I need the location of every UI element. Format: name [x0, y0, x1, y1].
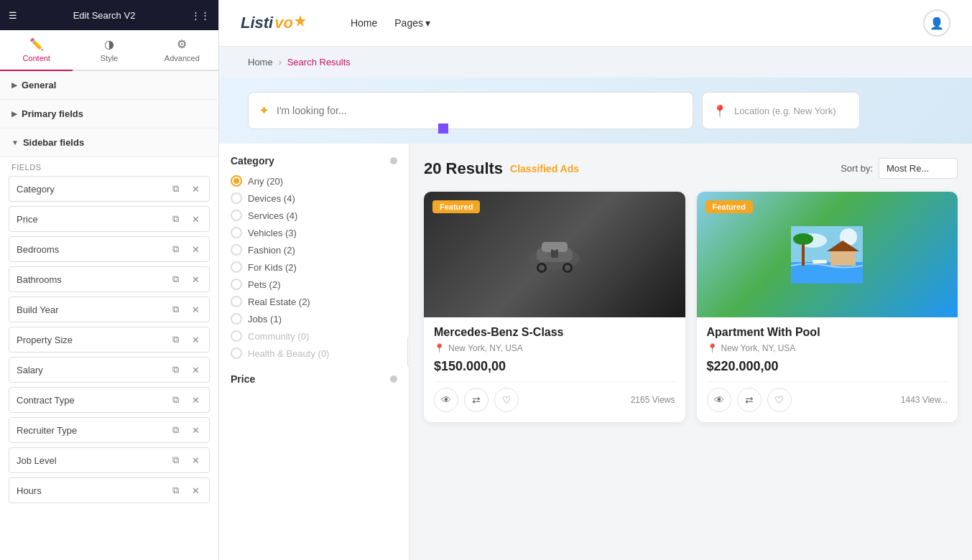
collapse-handle[interactable]: ‹ — [407, 337, 409, 366]
views-count-apartment: 1443 View... — [901, 395, 948, 405]
location-pin-icon-apartment: 📍 — [707, 343, 718, 353]
sort-wrap: Sort by: Most Re... — [841, 158, 958, 179]
remove-button-price[interactable]: ✕ — [186, 210, 205, 228]
radio-community[interactable]: Community (0) — [231, 330, 397, 342]
duplicate-button-price[interactable]: ⧉ — [166, 210, 185, 228]
remove-button-property-size[interactable]: ✕ — [186, 330, 205, 349]
favorite-button-apartment[interactable]: ♡ — [767, 388, 792, 412]
radio-label-forkids: For Kids (2) — [248, 262, 297, 273]
radio-health[interactable]: Health & Beauty (0) — [231, 347, 397, 359]
share-button-apartment[interactable]: ⇄ — [737, 388, 762, 412]
radio-vehicles[interactable]: Vehicles (3) — [231, 227, 397, 238]
location-wrap[interactable]: 📍 Location (e.g. New York) — [702, 92, 860, 129]
field-label-hours: Hours — [9, 485, 166, 496]
field-row-property-size: Property Size ⧉ ✕ — [9, 327, 210, 353]
remove-button-job-level[interactable]: ✕ — [186, 451, 205, 470]
remove-button-hours[interactable]: ✕ — [186, 481, 205, 500]
radio-label-pets: Pets (2) — [248, 279, 281, 290]
tab-style[interactable]: ◑ Style — [73, 30, 145, 71]
radio-fashion[interactable]: Fashion (2) — [231, 244, 397, 256]
duplicate-button-category[interactable]: ⧉ — [166, 179, 185, 198]
primary-fields-section-header[interactable]: ▶ Primary fields — [0, 100, 218, 129]
view-button-apartment[interactable]: 👁 — [707, 388, 731, 412]
field-actions-job-level: ⧉ ✕ — [166, 451, 209, 470]
field-label-bedrooms: Bedrooms — [9, 244, 166, 255]
search-input[interactable] — [277, 105, 682, 116]
classified-ads-label: Classified Ads — [510, 163, 579, 174]
svg-marker-0 — [295, 15, 306, 27]
duplicate-button-hours[interactable]: ⧉ — [166, 481, 185, 500]
radio-realestate[interactable]: Real Estate (2) — [231, 296, 397, 307]
chevron-down-icon: ▼ — [11, 139, 19, 146]
remove-button-recruiter-type[interactable]: ✕ — [186, 421, 205, 439]
share-button-mercedes[interactable]: ⇄ — [464, 388, 489, 412]
element-marker — [438, 123, 448, 134]
remove-button-contract-type[interactable]: ✕ — [186, 391, 205, 409]
nav-right: 👤 — [923, 9, 950, 37]
radio-services[interactable]: Services (4) — [231, 210, 397, 221]
grid-icon[interactable]: ⋮⋮ — [191, 10, 210, 21]
sort-by-label: Sort by: — [841, 163, 873, 174]
tab-advanced[interactable]: ⚙ Advanced — [146, 30, 218, 71]
radio-unselected-icon — [231, 192, 242, 204]
featured-badge-apartment: Featured — [705, 200, 753, 213]
pencil-icon: ✏️ — [29, 37, 44, 51]
remove-button-build-year[interactable]: ✕ — [186, 300, 205, 319]
duplicate-button-job-level[interactable]: ⧉ — [166, 451, 185, 470]
radio-pets[interactable]: Pets (2) — [231, 279, 397, 290]
field-row-salary: Salary ⧉ ✕ — [9, 357, 210, 383]
filter-dot-icon — [390, 157, 397, 164]
top-bar: ☰ Edit Search V2 ⋮⋮ — [0, 0, 218, 30]
duplicate-button-bathrooms[interactable]: ⧉ — [166, 270, 185, 289]
hamburger-icon[interactable]: ☰ — [9, 10, 17, 21]
radio-any[interactable]: Any (20) — [231, 175, 397, 187]
remove-button-salary[interactable]: ✕ — [186, 360, 205, 379]
chevron-down-pages-icon: ▾ — [425, 17, 430, 29]
field-actions-bathrooms: ⧉ ✕ — [166, 270, 209, 289]
radio-unselected-icon-10 — [231, 347, 242, 359]
logo-text: Listi — [241, 14, 273, 32]
remove-button-category[interactable]: ✕ — [186, 179, 205, 198]
radio-unselected-icon-5 — [231, 261, 242, 273]
filter-dot-price-icon — [390, 375, 397, 383]
radio-unselected-icon-6 — [231, 279, 242, 290]
remove-button-bathrooms[interactable]: ✕ — [186, 270, 205, 289]
favorite-button-mercedes[interactable]: ♡ — [494, 388, 519, 412]
card-price-mercedes: $150.000,00 — [434, 359, 675, 374]
duplicate-button-contract-type[interactable]: ⧉ — [166, 391, 185, 409]
tab-content[interactable]: ✏️ Content — [0, 30, 73, 71]
radio-unselected-icon-4 — [231, 244, 242, 256]
listing-card-apartment[interactable]: Featured Apartment With Pool 📍 New York,… — [697, 192, 958, 422]
duplicate-button-build-year[interactable]: ⧉ — [166, 300, 185, 319]
duplicate-button-property-size[interactable]: ⧉ — [166, 330, 185, 349]
general-section-header[interactable]: ▶ General — [0, 71, 218, 100]
card-title-mercedes: Mercedes-Benz S-Class — [434, 326, 675, 339]
search-hero: ✦ 📍 Location (e.g. New York) — [219, 78, 972, 144]
field-row-bathrooms: Bathrooms ⧉ ✕ — [9, 266, 210, 292]
fields-label: Fields — [9, 157, 210, 176]
breadcrumb-home[interactable]: Home — [248, 57, 273, 67]
duplicate-button-salary[interactable]: ⧉ — [166, 360, 185, 379]
nav-home[interactable]: Home — [351, 17, 377, 29]
logo-accent: vo — [274, 14, 293, 32]
style-icon: ◑ — [104, 37, 114, 51]
sort-select[interactable]: Most Re... — [879, 158, 958, 179]
general-section-label: General — [22, 80, 56, 90]
field-actions-build-year: ⧉ ✕ — [166, 300, 209, 319]
user-avatar[interactable]: 👤 — [923, 9, 950, 37]
sidebar-fields-section-header[interactable]: ▼ Sidebar fields — [0, 129, 218, 157]
radio-jobs[interactable]: Jobs (1) — [231, 313, 397, 325]
listing-card-mercedes[interactable]: Featured Mercedes-Benz S-Class 📍 New Yor… — [424, 192, 685, 422]
field-actions-recruiter-type: ⧉ ✕ — [166, 421, 209, 439]
field-row-job-level: Job Level ⧉ ✕ — [9, 447, 210, 473]
radio-forkids[interactable]: For Kids (2) — [231, 261, 397, 273]
duplicate-button-bedrooms[interactable]: ⧉ — [166, 240, 185, 258]
field-label-property-size: Property Size — [9, 335, 166, 345]
field-actions-bedrooms: ⧉ ✕ — [166, 240, 209, 258]
duplicate-button-recruiter-type[interactable]: ⧉ — [166, 421, 185, 439]
radio-label-jobs: Jobs (1) — [248, 314, 282, 325]
radio-devices[interactable]: Devices (4) — [231, 192, 397, 204]
view-button-mercedes[interactable]: 👁 — [434, 388, 458, 412]
remove-button-bedrooms[interactable]: ✕ — [186, 240, 205, 258]
nav-pages[interactable]: Pages ▾ — [394, 17, 430, 29]
